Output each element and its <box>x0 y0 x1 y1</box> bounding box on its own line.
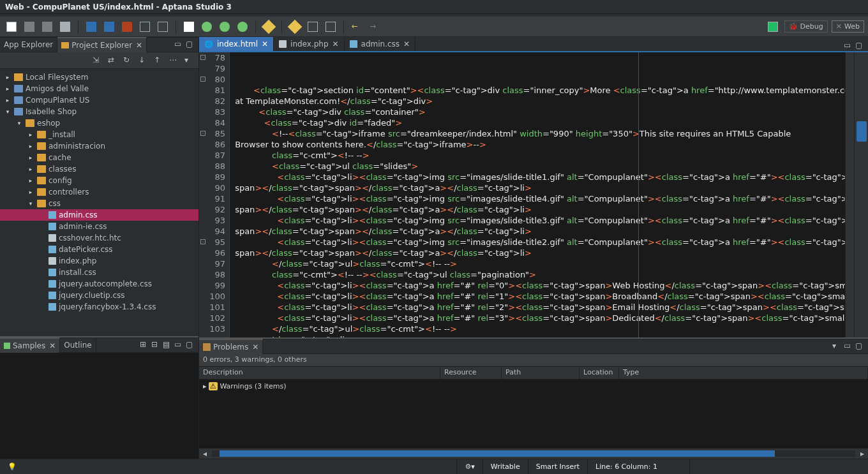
menu-icon[interactable]: ▾ <box>184 56 195 66</box>
tree-item[interactable]: ▾css <box>0 198 198 209</box>
close-icon[interactable]: ✕ <box>49 341 56 350</box>
paint-icon[interactable] <box>261 19 276 34</box>
maximize-icon[interactable]: ▢ <box>186 40 196 50</box>
nav-back-icon[interactable]: ← <box>349 19 364 34</box>
tree-item[interactable]: index.php <box>0 255 198 267</box>
editor-tab[interactable]: index.php✕ <box>274 37 345 51</box>
close-icon[interactable]: ✕ <box>136 41 142 50</box>
tree-item[interactable]: jquery.cluetip.css <box>0 290 198 301</box>
col-type[interactable]: Type <box>619 367 868 379</box>
minimize-icon[interactable]: ▭ <box>174 340 184 350</box>
close-icon[interactable]: ✕ <box>403 40 410 48</box>
tree-item[interactable]: ▾eshop <box>0 117 198 129</box>
tree-item[interactable]: ▾Isabelle Shop <box>0 106 198 117</box>
col-path[interactable]: Path <box>502 367 580 379</box>
col-resource[interactable]: Resource <box>440 367 502 379</box>
tree-item[interactable]: ▸cache <box>0 152 198 163</box>
down-icon[interactable]: ↓ <box>138 56 149 66</box>
tab-samples[interactable]: Samples✕ <box>0 337 60 353</box>
tool1-icon[interactable]: ⊞ <box>140 340 150 350</box>
grid1-icon[interactable] <box>305 19 320 34</box>
layout-left-icon[interactable] <box>84 19 99 34</box>
collapse-all-icon[interactable]: ⇲ <box>93 56 103 66</box>
tree-item[interactable]: admin.css <box>0 209 198 221</box>
save-all-icon[interactable] <box>40 19 55 34</box>
maximize-icon[interactable]: ▢ <box>855 41 865 51</box>
tab-app-explorer[interactable]: App Explorer <box>0 37 57 52</box>
problems-body[interactable]: ▸ ⚠ Warnings (3 items) <box>199 380 868 448</box>
gear-icon[interactable]: ▾ <box>456 459 482 474</box>
editor-vscroll[interactable] <box>845 52 854 337</box>
tab-problems[interactable]: Problems✕ <box>199 339 263 354</box>
maximize-icon[interactable]: ▢ <box>855 341 865 352</box>
highlight-icon[interactable] <box>287 19 303 34</box>
tree-item[interactable]: ▸administracion <box>0 140 198 152</box>
editor-area: index.html✕index.php✕admin.css✕ ▭ ▢ 78-7… <box>199 37 868 337</box>
scroll-left-icon[interactable]: ◂ <box>203 449 207 458</box>
tree-item[interactable]: ▸classes <box>0 163 198 175</box>
tree-item[interactable]: jquery.fancybox-1.3.4.css <box>0 301 198 313</box>
window1-icon[interactable] <box>137 19 153 34</box>
perspective-debug[interactable]: Debug <box>784 20 828 33</box>
tip-icon[interactable]: 💡 <box>0 459 24 474</box>
status-empty <box>689 459 868 474</box>
code-area[interactable]: <class="c-tag">section id="content"><cla… <box>230 52 845 337</box>
tree-item[interactable]: jquery.autocomplete.css <box>0 278 198 290</box>
save-icon[interactable] <box>22 19 37 34</box>
problems-hscroll[interactable]: ◂ ▸ <box>199 448 868 459</box>
tab-outline[interactable]: Outline <box>60 337 96 353</box>
editor-tab[interactable]: index.html✕ <box>199 37 274 51</box>
status-writable: Writable <box>483 459 528 474</box>
refresh-icon[interactable]: ↻ <box>123 56 133 66</box>
expand-icon[interactable]: ▸ <box>203 382 209 390</box>
editor-tab[interactable]: admin.css✕ <box>345 37 416 51</box>
layout-right-icon[interactable] <box>101 19 117 34</box>
tree-item[interactable]: csshover.htc.htc <box>0 232 198 244</box>
warning-icon <box>203 343 211 351</box>
tree-item[interactable]: ▸Amigos del Valle <box>0 83 198 94</box>
up-icon[interactable]: ↑ <box>154 56 164 66</box>
tree-item[interactable]: install.css <box>0 267 198 278</box>
hscroll-thumb[interactable] <box>220 450 775 457</box>
scroll-right-icon[interactable]: ▸ <box>860 449 864 458</box>
print-icon[interactable] <box>57 19 73 34</box>
close-icon[interactable]: ✕ <box>333 40 339 48</box>
window2-icon[interactable] <box>155 19 170 34</box>
new-icon[interactable] <box>4 19 19 34</box>
aptana-icon[interactable] <box>119 19 135 34</box>
link-editor-icon[interactable]: ⇄ <box>108 56 118 66</box>
nav-forward-icon[interactable]: → <box>367 19 382 34</box>
perspective-web[interactable]: ✕Web <box>832 20 864 33</box>
minimize-icon[interactable]: ▭ <box>174 40 184 50</box>
tab-project-explorer[interactable]: Project Explorer✕ <box>57 37 147 52</box>
editor-body[interactable]: 78-7980-8182838485-86878889909192939495-… <box>199 52 868 337</box>
hscroll-track[interactable] <box>212 450 855 457</box>
tree-item[interactable]: ▸controllers <box>0 186 198 198</box>
run-script-icon[interactable] <box>199 19 214 34</box>
tree-item[interactable]: datePicker.css <box>0 244 198 255</box>
debug-script-icon[interactable] <box>217 19 232 34</box>
tree-item[interactable]: ▸_install <box>0 129 198 140</box>
close-icon[interactable]: ✕ <box>252 343 258 352</box>
filter-icon[interactable]: ⋯ <box>169 56 179 66</box>
tool3-icon[interactable]: ▤ <box>163 340 173 350</box>
run-last-icon[interactable] <box>235 19 250 34</box>
maximize-icon[interactable]: ▢ <box>186 340 196 350</box>
grid2-icon[interactable] <box>323 19 338 34</box>
col-description[interactable]: Description <box>199 367 440 379</box>
overview-ruler[interactable] <box>854 52 868 337</box>
tree-item[interactable]: ▸config <box>0 175 198 186</box>
tree-item[interactable]: ▸Local Filesystem <box>0 71 198 83</box>
view-menu-icon[interactable]: ▾ <box>832 341 842 352</box>
col-location[interactable]: Location <box>580 367 619 379</box>
minimize-icon[interactable]: ▭ <box>844 341 854 352</box>
tool2-icon[interactable]: ⊟ <box>151 340 161 350</box>
doc-icon[interactable] <box>181 19 197 34</box>
tree-item[interactable]: ▸CompuPlanet US <box>0 94 198 106</box>
open-perspective-icon[interactable] <box>765 19 781 34</box>
main-toolbar: ← → Debug ✕Web <box>0 17 868 37</box>
project-tree[interactable]: ▸Local Filesystem▸Amigos del Valle▸Compu… <box>0 69 198 336</box>
minimize-icon[interactable]: ▭ <box>844 41 854 51</box>
tree-item[interactable]: admin-ie.css <box>0 221 198 232</box>
close-icon[interactable]: ✕ <box>262 40 268 48</box>
